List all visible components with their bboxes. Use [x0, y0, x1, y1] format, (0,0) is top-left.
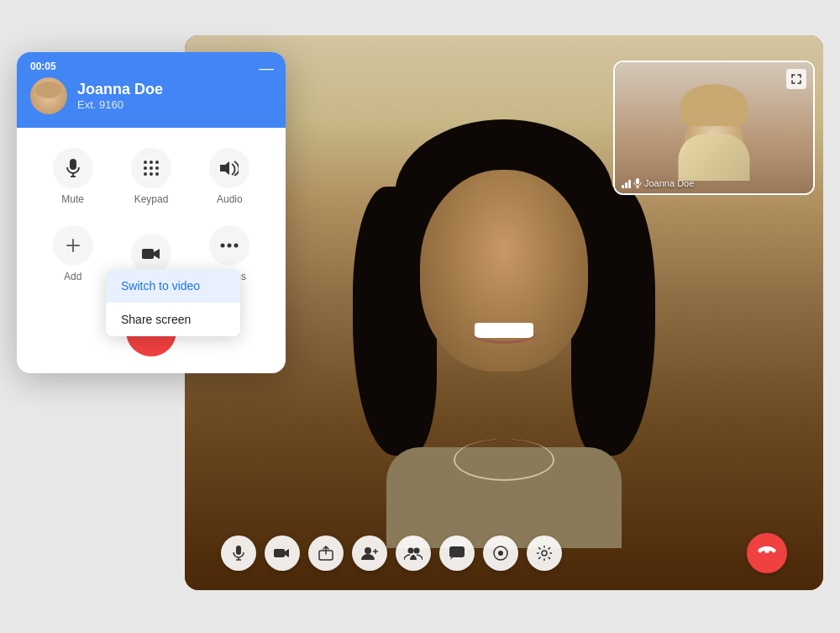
add-label: Add	[64, 271, 81, 282]
call-body: Mute	[17, 128, 286, 373]
keypad-icon	[131, 148, 171, 188]
call-timer: 00:05	[30, 61, 56, 72]
svg-rect-17	[70, 159, 76, 170]
expand-thumbnail-button[interactable]	[786, 69, 806, 89]
more-actions-dropdown: Switch to video Share screen	[106, 269, 240, 336]
mute-icon	[53, 148, 93, 188]
svg-rect-3	[236, 546, 241, 555]
video-record-button[interactable]	[483, 535, 518, 571]
add-icon	[53, 225, 93, 266]
share-screen-item[interactable]: Share screen	[106, 303, 240, 336]
keypad-label: Keypad	[134, 193, 169, 205]
caller-avatar	[30, 77, 67, 114]
svg-rect-0	[636, 178, 639, 184]
svg-point-12	[414, 547, 420, 553]
minimize-button[interactable]: —	[259, 61, 274, 76]
video-controls-bar	[221, 533, 787, 573]
svg-marker-29	[220, 161, 229, 175]
svg-rect-32	[142, 249, 154, 259]
switch-to-video-item[interactable]: Switch to video	[106, 269, 240, 303]
mute-button[interactable]: Mute	[53, 148, 93, 205]
video-switch-button[interactable]	[131, 234, 171, 274]
caller-name: Joanna Doe	[77, 81, 163, 98]
mute-label: Mute	[61, 193, 84, 205]
caller-ext: Ext. 9160	[77, 98, 163, 111]
svg-point-26	[144, 172, 147, 176]
add-call-button[interactable]: Add	[53, 225, 93, 282]
call-controls-row2: Add	[34, 225, 269, 282]
svg-point-28	[155, 172, 159, 176]
audio-label: Audio	[217, 193, 243, 205]
svg-rect-13	[449, 546, 465, 557]
video-share-button[interactable]	[308, 535, 344, 571]
self-video-thumbnail: Joanna Doe	[613, 61, 815, 195]
svg-point-20	[144, 161, 147, 164]
more-icon	[209, 225, 249, 266]
keypad-button[interactable]: Keypad	[131, 148, 171, 205]
video-settings-button[interactable]	[527, 535, 562, 571]
end-call-video-button[interactable]	[747, 533, 787, 573]
call-panel: 00:05 — Joanna Doe Ext. 9160	[17, 52, 286, 373]
video-camera-button[interactable]	[265, 535, 300, 571]
audio-button[interactable]: Audio	[209, 148, 249, 205]
svg-point-27	[150, 172, 153, 176]
svg-point-21	[150, 161, 153, 164]
video-add-person-button[interactable]	[352, 535, 387, 571]
video-chat-button[interactable]	[439, 535, 475, 571]
call-header: 00:05 — Joanna Doe Ext. 9160	[17, 52, 286, 128]
caller-info: Joanna Doe Ext. 9160	[77, 81, 163, 111]
svg-point-33	[221, 243, 225, 247]
svg-rect-6	[274, 549, 285, 557]
svg-point-8	[365, 547, 371, 554]
audio-icon	[209, 148, 249, 188]
svg-point-23	[144, 166, 147, 170]
video-icon	[131, 234, 171, 274]
svg-point-22	[155, 161, 159, 164]
call-controls-row1: Mute	[34, 148, 269, 205]
svg-point-16	[542, 551, 547, 556]
thumbnail-label: Joanna Doe	[622, 178, 694, 188]
svg-point-34	[228, 243, 232, 247]
video-group-button[interactable]	[396, 535, 431, 571]
svg-point-24	[150, 166, 153, 170]
main-scene: Joanna Doe	[17, 18, 823, 615]
svg-point-11	[408, 547, 414, 553]
video-mic-button[interactable]	[221, 535, 256, 571]
svg-point-25	[155, 166, 159, 170]
svg-point-35	[234, 243, 239, 247]
svg-point-15	[498, 551, 503, 556]
